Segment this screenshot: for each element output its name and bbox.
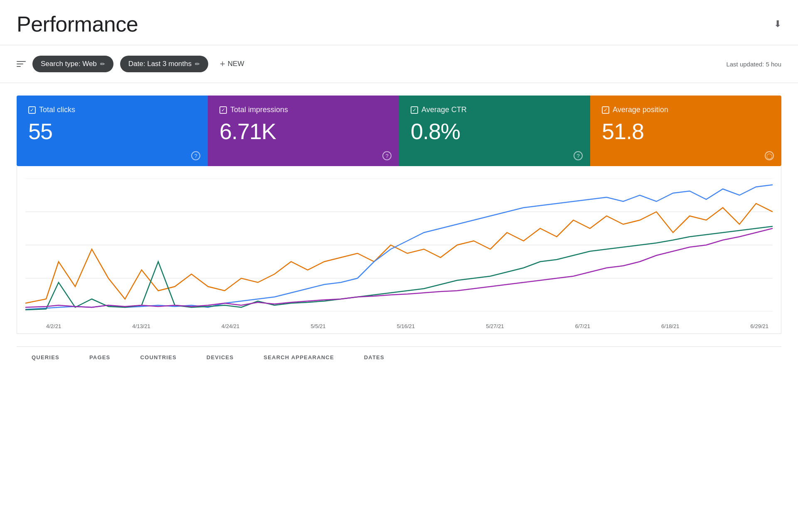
x-label-2: 4/24/21 xyxy=(222,323,239,329)
search-type-button[interactable]: Search type: Web ✏ xyxy=(32,56,113,72)
bottom-tabs: QUERIES PAGES COUNTRIES DEVICES SEARCH A… xyxy=(17,346,781,369)
x-label-0: 4/2/21 xyxy=(46,323,61,329)
metric-checkbox-impressions xyxy=(219,106,227,114)
metric-value-impressions: 6.71K xyxy=(219,119,387,144)
x-label-5: 5/27/21 xyxy=(486,323,504,329)
metric-label-position: Average position xyxy=(613,105,668,114)
metric-checkbox-clicks xyxy=(28,106,36,114)
tab-pages[interactable]: PAGES xyxy=(74,347,126,369)
metric-value-position: 51.8 xyxy=(602,119,770,144)
metric-card-ctr[interactable]: Average CTR 0.8% ? xyxy=(399,96,590,166)
metric-card-clicks[interactable]: Total clicks 55 ? xyxy=(17,96,208,166)
page-wrapper: Performance ⬇ Search type: Web ✏ Date: L… xyxy=(0,0,798,532)
filter-lines-icon xyxy=(17,61,26,67)
tab-countries[interactable]: COUNTRIES xyxy=(125,347,191,369)
toolbar: Search type: Web ✏ Date: Last 3 months ✏… xyxy=(0,45,798,83)
x-axis-labels: 4/2/21 4/13/21 4/24/21 5/5/21 5/16/21 5/… xyxy=(25,320,773,329)
metric-value-clicks: 55 xyxy=(28,119,196,144)
metric-help-ctr[interactable]: ? xyxy=(574,151,583,160)
metric-label-row-ctr: Average CTR xyxy=(411,105,579,114)
metric-checkbox-position xyxy=(602,106,609,114)
date-filter-button[interactable]: Date: Last 3 months ✏ xyxy=(120,56,208,72)
x-label-7: 6/18/21 xyxy=(661,323,679,329)
metric-help-position[interactable]: ◯ xyxy=(765,151,774,160)
metric-label-clicks: Total clicks xyxy=(39,105,75,114)
tab-search-appearance[interactable]: SEARCH APPEARANCE xyxy=(249,347,349,369)
metric-card-position[interactable]: Average position 51.8 ◯ xyxy=(590,96,781,166)
new-label: NEW xyxy=(228,60,244,68)
search-type-label: Search type: Web xyxy=(41,60,97,68)
metrics-row: Total clicks 55 ? Total impressions 6.71… xyxy=(17,96,781,166)
metric-value-ctr: 0.8% xyxy=(411,119,579,144)
metric-card-impressions[interactable]: Total impressions 6.71K ? xyxy=(208,96,399,166)
metric-label-row-impressions: Total impressions xyxy=(219,105,387,114)
x-label-3: 5/5/21 xyxy=(310,323,325,329)
tab-devices[interactable]: DEVICES xyxy=(192,347,249,369)
metric-label-ctr: Average CTR xyxy=(421,105,467,114)
x-label-6: 6/7/21 xyxy=(575,323,590,329)
metric-help-impressions[interactable]: ? xyxy=(382,151,392,160)
chart-svg xyxy=(25,179,773,320)
filter-button[interactable] xyxy=(17,61,26,67)
edit-icon: ✏ xyxy=(100,61,105,67)
chart-container: 4/2/21 4/13/21 4/24/21 5/5/21 5/16/21 5/… xyxy=(17,166,781,334)
edit-icon-date: ✏ xyxy=(195,61,200,67)
x-label-1: 4/13/21 xyxy=(132,323,150,329)
metric-checkbox-ctr xyxy=(411,106,418,114)
date-label: Date: Last 3 months xyxy=(128,60,192,68)
new-filter-button[interactable]: + NEW xyxy=(215,54,249,74)
metric-help-clicks[interactable]: ? xyxy=(191,151,200,160)
x-label-4: 5/16/21 xyxy=(397,323,415,329)
page-header: Performance ⬇ xyxy=(0,0,798,45)
metric-label-impressions: Total impressions xyxy=(230,105,288,114)
metric-label-row-clicks: Total clicks xyxy=(28,105,196,114)
last-updated: Last updated: 5 hou xyxy=(726,61,781,68)
download-icon[interactable]: ⬇ xyxy=(774,19,781,29)
tab-dates[interactable]: DATES xyxy=(349,347,399,369)
page-title: Performance xyxy=(17,12,138,37)
metric-label-row-position: Average position xyxy=(602,105,770,114)
x-label-8: 6/29/21 xyxy=(751,323,768,329)
tab-queries[interactable]: QUERIES xyxy=(17,347,74,369)
plus-icon: + xyxy=(220,59,225,69)
